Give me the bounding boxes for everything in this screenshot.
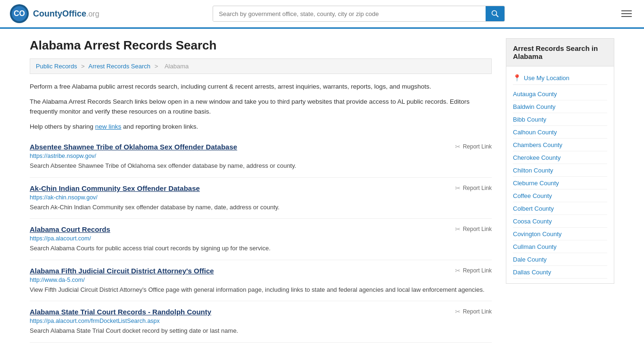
new-links-link[interactable]: new links [95, 123, 122, 130]
county-link-3[interactable]: Calhoun County [513, 129, 557, 136]
list-item: Cleburne County [513, 177, 607, 189]
report-link-3[interactable]: ✂ Report Link [455, 267, 492, 274]
result-title-1[interactable]: Ak-Chin Indian Community Sex Offender Da… [30, 184, 200, 192]
result-item: Alabama Court Records ✂ Report Link http… [30, 219, 492, 260]
svg-line-4 [496, 15, 499, 17]
report-label-2: Report Link [463, 226, 492, 232]
svg-text:CO: CO [14, 9, 25, 17]
menu-button[interactable] [619, 8, 635, 20]
description-3-post: and reporting broken links. [121, 123, 198, 130]
search-button[interactable] [486, 6, 504, 21]
county-link-6[interactable]: Chilton County [513, 167, 553, 174]
result-url-1: https://ak-chin.nsopw.gov/ [30, 194, 492, 201]
county-link-0[interactable]: Autauga County [513, 90, 557, 98]
list-item: Baldwin County [513, 100, 607, 113]
list-item: Bibb County [513, 113, 607, 126]
result-url-0: https://astribe.nsopw.gov/ [30, 153, 492, 159]
breadcrumb-sep2: > [155, 63, 158, 70]
result-url-3: http://www.da-5.com/ [30, 277, 492, 283]
main-container: Alabama Arrest Records Search Public Rec… [16, 29, 628, 352]
description-2: The Alabama Arrest Records Search links … [30, 97, 492, 117]
sidebar-header: Arrest Records Search in Alabama [506, 38, 614, 66]
list-item: Calhoun County [513, 126, 607, 139]
page-title: Alabama Arrest Records Search [30, 38, 492, 53]
breadcrumb-public-records[interactable]: Public Records [36, 63, 77, 70]
result-item: Alabama State Trial Court Records - Rand… [30, 301, 492, 343]
result-title-2[interactable]: Alabama Court Records [30, 225, 110, 233]
result-desc-3: View Fifth Judicial Circuit District Att… [30, 285, 492, 295]
breadcrumb: Public Records > Arrest Records Search >… [30, 58, 492, 74]
scissors-icon-4: ✂ [455, 308, 461, 315]
scissors-icon-2: ✂ [455, 225, 461, 233]
county-link-8[interactable]: Coffee County [513, 192, 552, 199]
logo-area: CO CountyOffice.org [9, 4, 99, 24]
list-item: Covington County [513, 228, 607, 240]
report-link-4[interactable]: ✂ Report Link [455, 308, 492, 315]
result-title-4[interactable]: Alabama State Trial Court Records - Rand… [30, 308, 211, 316]
county-link-4[interactable]: Chambers County [513, 141, 562, 148]
list-item: Colbert County [513, 202, 607, 215]
county-link-1[interactable]: Baldwin County [513, 103, 555, 110]
breadcrumb-alabama: Alabama [165, 63, 189, 70]
result-title-0[interactable]: Absentee Shawnee Tribe of Oklahoma Sex O… [30, 143, 237, 151]
result-url-4: https://pa.alacourt.com/frmDocketListSea… [30, 318, 492, 324]
report-link-0[interactable]: ✂ Report Link [455, 143, 492, 150]
county-link-11[interactable]: Covington County [513, 230, 561, 238]
sidebar-content: 📍 Use My Location Autauga CountyBaldwin … [506, 66, 614, 284]
menu-line [621, 10, 632, 11]
county-link-5[interactable]: Cherokee County [513, 154, 561, 161]
list-item: Chilton County [513, 164, 607, 177]
result-item: Alabama Fifth Judicial Circuit District … [30, 260, 492, 302]
use-location-button[interactable]: 📍 Use My Location [513, 71, 607, 85]
report-label-1: Report Link [463, 185, 492, 191]
county-link-10[interactable]: Coosa County [513, 218, 552, 225]
county-link-2[interactable]: Bibb County [513, 116, 546, 123]
search-icon [491, 10, 499, 17]
logo-text: CountyOffice.org [33, 9, 99, 19]
report-label-0: Report Link [463, 143, 492, 150]
result-item: Ak-Chin Indian Community Sex Offender Da… [30, 178, 492, 219]
list-item: Cherokee County [513, 151, 607, 164]
content-area: Alabama Arrest Records Search Public Rec… [30, 38, 492, 343]
list-item: Chambers County [513, 139, 607, 151]
county-link-12[interactable]: Cullman County [513, 243, 557, 250]
scissors-icon-3: ✂ [455, 267, 461, 274]
report-link-1[interactable]: ✂ Report Link [455, 184, 492, 192]
description-3: Help others by sharing new links and rep… [30, 122, 492, 132]
result-url-2: https://pa.alacourt.com/ [30, 235, 492, 242]
report-label-3: Report Link [463, 267, 492, 274]
county-link-14[interactable]: Dallas County [513, 269, 551, 276]
site-header: CO CountyOffice.org [0, 0, 644, 29]
list-item: Dallas County [513, 266, 607, 279]
logo-icon: CO [9, 4, 29, 24]
breadcrumb-arrest-records[interactable]: Arrest Records Search [89, 63, 151, 70]
county-link-7[interactable]: Cleburne County [513, 180, 559, 187]
svg-point-3 [492, 11, 497, 16]
location-icon: 📍 [513, 74, 521, 82]
menu-line [621, 13, 632, 14]
result-desc-4: Search Alabama State Trial Court docket … [30, 326, 492, 336]
menu-line [621, 16, 632, 17]
description-3-pre: Help others by sharing [30, 123, 95, 130]
result-title-3[interactable]: Alabama Fifth Judicial Circuit District … [30, 267, 214, 275]
list-item: Dale County [513, 253, 607, 266]
result-desc-0: Search Absentee Shawnee Tribe of Oklahom… [30, 161, 492, 171]
county-link-13[interactable]: Dale County [513, 256, 547, 263]
county-link-9[interactable]: Colbert County [513, 205, 554, 212]
sidebar: Arrest Records Search in Alabama 📍 Use M… [506, 38, 614, 343]
county-list: Autauga CountyBaldwin CountyBibb CountyC… [513, 88, 607, 279]
use-location-label: Use My Location [524, 74, 570, 82]
description-1: Perform a free Alabama public arrest rec… [30, 82, 492, 92]
scissors-icon-0: ✂ [455, 143, 461, 150]
list-item: Autauga County [513, 88, 607, 100]
result-desc-2: Search Alabama Courts for public access … [30, 244, 492, 253]
list-item: Cullman County [513, 240, 607, 253]
search-input[interactable] [213, 7, 486, 21]
results-list: Absentee Shawnee Tribe of Oklahoma Sex O… [30, 136, 492, 343]
scissors-icon-1: ✂ [455, 184, 461, 192]
report-label-4: Report Link [463, 308, 492, 315]
search-bar [213, 6, 505, 22]
result-item: Absentee Shawnee Tribe of Oklahoma Sex O… [30, 136, 492, 178]
result-desc-1: Search Ak-Chin Indian Community sex offe… [30, 203, 492, 212]
report-link-2[interactable]: ✂ Report Link [455, 225, 492, 233]
